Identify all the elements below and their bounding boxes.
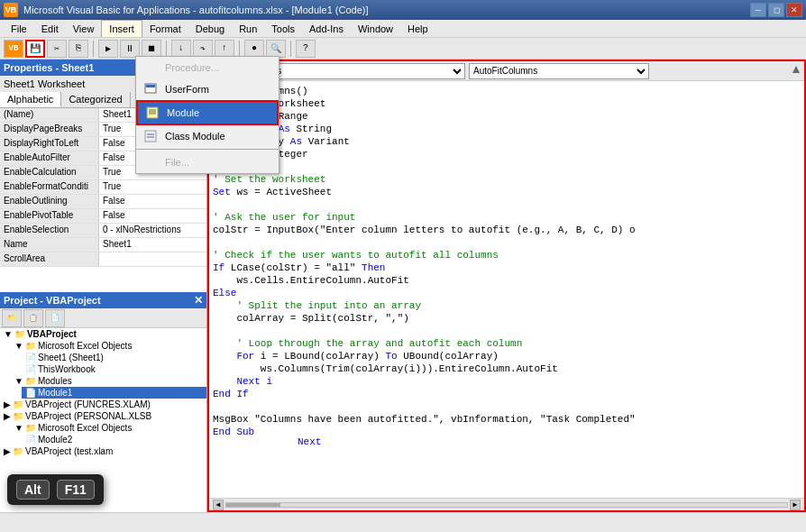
tree-item-personal[interactable]: ▶ 📁 VBAProject (PERSONAL.XLSB <box>0 410 206 422</box>
procedure-icon <box>143 60 158 75</box>
tree-item-thisworkbook[interactable]: 📄 ThisWorkbook <box>22 363 206 375</box>
code-line-3: Dim rng As Range <box>213 110 801 123</box>
toolbar-step-out[interactable]: ↑ <box>215 40 234 58</box>
scroll-right[interactable]: ▶ <box>790 500 801 510</box>
tree-item-module2[interactable]: 📄 Module2 <box>22 434 206 445</box>
project-close-button[interactable]: ✕ <box>194 294 203 307</box>
tree-item-sheet1[interactable]: 📄 Sheet1 (Sheet1) <box>22 352 206 363</box>
code-line-7 <box>213 161 801 173</box>
props-row-outlining: EnableOutlining False <box>0 195 206 209</box>
toolbar-cut[interactable]: ✂ <box>47 40 67 58</box>
code-area[interactable]: AutoFitColumns() Dim ws As Worksheet Dim… <box>209 81 804 498</box>
toolbar-step-into[interactable]: ↓ <box>171 40 191 58</box>
tree-expand-msexcel: ▼ <box>14 341 23 351</box>
scrollbar-track <box>225 502 788 508</box>
restore-button[interactable]: ◻ <box>768 3 784 17</box>
code-line-25: End If <box>213 388 801 400</box>
props-value-8: 0 - xlNoRestrictions <box>99 224 206 237</box>
menu-view[interactable]: View <box>66 20 102 37</box>
main-content: Properties - Sheet1 Sheet1 Worksheet Alp… <box>0 60 806 512</box>
code-line-10 <box>213 198 801 211</box>
props-row-sheetname: Name Sheet1 <box>0 238 206 252</box>
procedure-select[interactable]: AutoFitColumns <box>469 63 649 79</box>
module-label: Module <box>167 107 199 118</box>
menu-file: File... <box>136 151 279 173</box>
code-line-18: ' Split the input into an array <box>213 299 801 312</box>
toolbar-watch[interactable]: 🔍 <box>266 40 286 58</box>
project-btn-2[interactable]: 📋 <box>23 309 43 327</box>
menu-userform[interactable]: UserForm <box>136 78 279 100</box>
tree-item-msexcel[interactable]: ▼ 📁 Microsoft Excel Objects <box>11 340 206 352</box>
minimize-button[interactable]: ─ <box>750 3 766 17</box>
userform-icon <box>143 82 158 96</box>
horizontal-scrollbar[interactable]: ◀ ▶ <box>209 498 804 510</box>
tab-alphabetic[interactable]: Alphabetic <box>0 92 61 107</box>
tree-expand-personal: ▶ <box>4 411 11 421</box>
scroll-left[interactable]: ◀ <box>213 500 224 510</box>
project-btn-1[interactable]: 📁 <box>2 309 22 327</box>
toolbar-pause[interactable]: ⏸ <box>120 40 140 58</box>
tree-item-funcres[interactable]: ▶ 📁 VBAProject (FUNCRES.XLAM) <box>0 399 206 410</box>
tree-expand-msexcel2: ▼ <box>14 423 23 433</box>
menu-debug[interactable]: Debug <box>188 20 232 37</box>
toolbar-run[interactable]: ▶ <box>98 40 118 58</box>
toolbar-sep3 <box>239 41 240 57</box>
menu-edit[interactable]: Edit <box>34 20 66 37</box>
tab-categorized[interactable]: Categorized <box>61 92 130 107</box>
code-line-4: Dim colStr As String <box>213 123 801 135</box>
props-value-5: True <box>99 180 206 194</box>
menu-run[interactable]: Run <box>232 20 264 37</box>
tree-item-modules[interactable]: ▼ 📁 Modules <box>11 375 206 387</box>
tree-item-module1[interactable]: 📄 Module1 <box>22 387 206 399</box>
tree-expand-root: ▼ <box>4 329 13 339</box>
toolbar-save[interactable]: 💾 <box>25 40 45 58</box>
props-name-10: ScrollArea <box>0 252 99 266</box>
toolbar-copy[interactable]: ⎘ <box>69 40 88 58</box>
file-icon <box>143 155 158 170</box>
toolbar-stop[interactable]: ⏹ <box>142 40 161 58</box>
menu-insert[interactable]: Insert <box>101 20 142 37</box>
props-row-formatconditi: EnableFormatConditi True <box>0 180 206 195</box>
toolbar-step-over[interactable]: ↷ <box>193 40 213 58</box>
status-text <box>4 518 6 528</box>
tree-expand-modules: ▼ <box>14 376 23 386</box>
tree-icon-msexcel: 📁 <box>25 341 36 351</box>
menu-window[interactable]: Window <box>351 20 400 37</box>
tree-item-msexcel2[interactable]: ▼ 📁 Microsoft Excel Objects <box>11 422 206 434</box>
class-module-icon <box>143 129 158 143</box>
tree-item-root[interactable]: ▼ 📁 VBAProject <box>0 328 206 340</box>
code-line-14: ' Check if the user wants to autofit all… <box>213 249 801 261</box>
tree-icon-sheet1: 📄 <box>25 353 36 362</box>
toolbar-vba-icon[interactable]: VB <box>4 40 23 58</box>
menu-format[interactable]: Format <box>142 20 188 37</box>
tree-icon-module1: 📄 <box>25 388 36 398</box>
project-btn-3[interactable]: 📄 <box>45 309 65 327</box>
scroll-up-icon[interactable] <box>792 65 801 74</box>
props-name-0: (Name) <box>0 108 99 122</box>
tree-icon-modules: 📁 <box>25 376 36 386</box>
class-module-label: Class Module <box>165 131 225 142</box>
window-title: Microsoft Visual Basic for Applications … <box>23 5 369 15</box>
toolbar-breakpoint[interactable]: ● <box>244 40 264 58</box>
userform-label: UserForm <box>165 84 209 95</box>
props-name-9: Name <box>0 238 99 252</box>
menu-help[interactable]: Help <box>400 20 435 37</box>
menu-addins[interactable]: Add-Ins <box>302 20 351 37</box>
menu-module[interactable]: Module <box>136 100 279 125</box>
menu-tools[interactable]: Tools <box>264 20 302 37</box>
code-line-20 <box>213 325 801 337</box>
status-bar <box>0 512 806 532</box>
toolbar-help[interactable]: ? <box>296 40 316 58</box>
close-button[interactable]: ✕ <box>786 3 802 17</box>
props-name-7: EnablePivotTable <box>0 209 99 223</box>
code-line-2: Dim ws As Worksheet <box>213 97 801 110</box>
tree-item-test[interactable]: ▶ 📁 VBAProject (test.xlam <box>0 445 206 457</box>
main-toolbar: VB 💾 ✂ ⎘ ▶ ⏸ ⏹ ↓ ↷ ↑ ● 🔍 ? <box>0 38 806 60</box>
code-line-8: ' Set the worksheet <box>213 173 801 186</box>
code-line-9: Set ws = ActiveSheet <box>213 186 801 198</box>
tree-expand-test: ▶ <box>4 446 11 456</box>
code-line-11: ' Ask the user for input <box>213 211 801 224</box>
menu-file[interactable]: File <box>4 20 34 37</box>
menu-class-module[interactable]: Class Module <box>136 125 279 147</box>
project-header: Project - VBAProject ✕ <box>0 292 206 308</box>
